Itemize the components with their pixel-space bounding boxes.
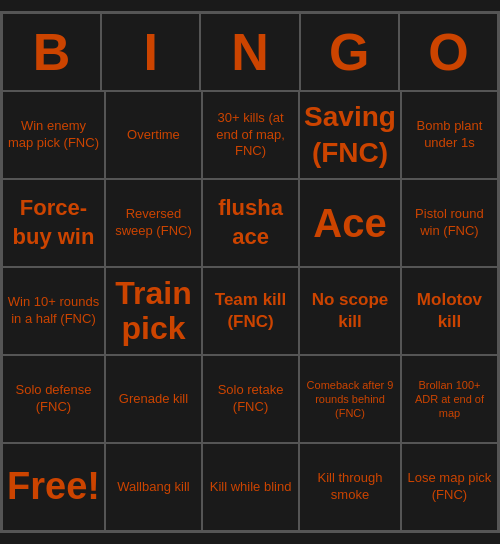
bingo-card: B I N G O Win enemy map pick (FNC)Overti…: [0, 11, 500, 533]
bingo-cell-text-23: Kill through smoke: [304, 470, 396, 504]
bingo-cell-3[interactable]: Saving (FNC): [299, 91, 401, 179]
bingo-cell-text-12: Team kill (FNC): [207, 289, 294, 333]
bingo-cell-22[interactable]: Kill while blind: [202, 443, 299, 531]
bingo-cell-15[interactable]: Solo defense (FNC): [2, 355, 105, 443]
bingo-cell-17[interactable]: Solo retake (FNC): [202, 355, 299, 443]
bingo-cell-11[interactable]: Train pick: [105, 267, 202, 355]
bingo-cell-13[interactable]: No scope kill: [299, 267, 401, 355]
bingo-cell-19[interactable]: Brollan 100+ ADR at end of map: [401, 355, 498, 443]
bingo-cell-12[interactable]: Team kill (FNC): [202, 267, 299, 355]
bingo-cell-9[interactable]: Pistol round win (FNC): [401, 179, 498, 267]
bingo-cell-7[interactable]: flusha ace: [202, 179, 299, 267]
bingo-cell-23[interactable]: Kill through smoke: [299, 443, 401, 531]
bingo-cell-14[interactable]: Molotov kill: [401, 267, 498, 355]
bingo-cell-text-10: Win 10+ rounds in a half (FNC): [7, 294, 100, 328]
bingo-cell-21[interactable]: Wallbang kill: [105, 443, 202, 531]
bingo-cell-16[interactable]: Grenade kill: [105, 355, 202, 443]
bingo-cell-text-24: Lose map pick (FNC): [406, 470, 493, 504]
bingo-cell-24[interactable]: Lose map pick (FNC): [401, 443, 498, 531]
bingo-cell-20[interactable]: Free!: [2, 443, 105, 531]
bingo-cell-4[interactable]: Bomb plant under 1s: [401, 91, 498, 179]
bingo-cell-text-17: Solo retake (FNC): [207, 382, 294, 416]
bingo-cell-text-1: Overtime: [127, 127, 180, 144]
bingo-cell-text-3: Saving (FNC): [304, 99, 396, 172]
bingo-header: B I N G O: [2, 13, 498, 91]
bingo-grid: Win enemy map pick (FNC)Overtime30+ kill…: [2, 91, 498, 531]
bingo-cell-2[interactable]: 30+ kills (at end of map, FNC): [202, 91, 299, 179]
bingo-cell-8[interactable]: Ace: [299, 179, 401, 267]
bingo-cell-text-2: 30+ kills (at end of map, FNC): [207, 110, 294, 161]
bingo-cell-text-15: Solo defense (FNC): [7, 382, 100, 416]
bingo-cell-text-20: Free!: [7, 462, 100, 511]
header-g: G: [300, 13, 399, 91]
bingo-cell-text-13: No scope kill: [304, 289, 396, 333]
bingo-cell-5[interactable]: Force-buy win: [2, 179, 105, 267]
bingo-cell-text-6: Reversed sweep (FNC): [110, 206, 197, 240]
bingo-cell-text-16: Grenade kill: [119, 391, 188, 408]
bingo-cell-6[interactable]: Reversed sweep (FNC): [105, 179, 202, 267]
header-n: N: [200, 13, 299, 91]
bingo-cell-0[interactable]: Win enemy map pick (FNC): [2, 91, 105, 179]
bingo-cell-text-22: Kill while blind: [210, 479, 292, 496]
bingo-cell-text-11: Train pick: [110, 276, 197, 346]
bingo-cell-text-9: Pistol round win (FNC): [406, 206, 493, 240]
header-b: B: [2, 13, 101, 91]
bingo-cell-text-21: Wallbang kill: [117, 479, 190, 496]
bingo-cell-text-19: Brollan 100+ ADR at end of map: [406, 378, 493, 421]
header-o: O: [399, 13, 498, 91]
bingo-cell-text-18: Comeback after 9 rounds behind (FNC): [304, 378, 396, 421]
bingo-cell-text-14: Molotov kill: [406, 289, 493, 333]
bingo-cell-text-0: Win enemy map pick (FNC): [7, 118, 100, 152]
bingo-cell-10[interactable]: Win 10+ rounds in a half (FNC): [2, 267, 105, 355]
bingo-cell-text-4: Bomb plant under 1s: [406, 118, 493, 152]
bingo-cell-18[interactable]: Comeback after 9 rounds behind (FNC): [299, 355, 401, 443]
header-i: I: [101, 13, 200, 91]
bingo-cell-text-8: Ace: [313, 197, 386, 249]
bingo-cell-text-5: Force-buy win: [7, 194, 100, 251]
bingo-cell-1[interactable]: Overtime: [105, 91, 202, 179]
bingo-cell-text-7: flusha ace: [207, 194, 294, 251]
